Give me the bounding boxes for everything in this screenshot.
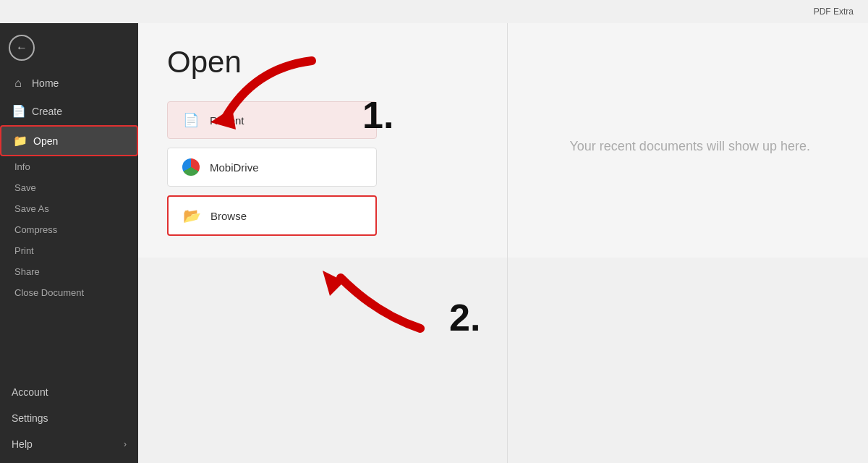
sidebar-sub-item-info[interactable]: Info bbox=[0, 156, 138, 177]
sidebar-item-settings[interactable]: Settings bbox=[0, 405, 138, 431]
recent-icon: 📄 bbox=[182, 112, 200, 128]
sidebar-sub-item-close-document[interactable]: Close Document bbox=[0, 282, 138, 303]
recent-label: Recent bbox=[210, 114, 244, 127]
sidebar-item-create[interactable]: 📄 Create bbox=[0, 97, 138, 125]
sidebar-item-create-label: Create bbox=[32, 106, 62, 117]
share-label: Share bbox=[14, 266, 40, 277]
open-browse-button[interactable]: 📂 Browse bbox=[167, 195, 377, 236]
open-mobidrive-button[interactable]: MobiDrive bbox=[167, 148, 377, 187]
help-arrow-icon: › bbox=[124, 439, 127, 449]
sidebar-divider bbox=[0, 303, 138, 379]
title-bar: PDF Extra bbox=[0, 0, 868, 23]
sidebar-sub-item-compress[interactable]: Compress bbox=[0, 219, 138, 240]
print-label: Print bbox=[14, 245, 34, 256]
main-wrapper: Open 📄 Recent MobiDrive 📂 Browse bbox=[138, 23, 868, 463]
open-recent-button[interactable]: 📄 Recent bbox=[167, 101, 377, 139]
create-icon: 📄 bbox=[12, 104, 25, 118]
sidebar-sub-item-print[interactable]: Print bbox=[0, 240, 138, 261]
page-title-text: Open bbox=[167, 45, 242, 79]
home-icon: ⌂ bbox=[12, 77, 25, 90]
vertical-divider bbox=[507, 23, 508, 463]
sidebar-item-open[interactable]: 📁 Open bbox=[0, 125, 138, 156]
recent-documents-message: Your recent documents will show up here. bbox=[569, 139, 810, 154]
page-title: Open bbox=[167, 45, 839, 80]
open-icon: 📁 bbox=[13, 134, 26, 148]
sidebar-sub-item-save-as[interactable]: Save As bbox=[0, 198, 138, 219]
close-document-label: Close Document bbox=[14, 287, 84, 298]
sidebar-bottom: Account Settings Help › bbox=[0, 379, 138, 457]
annotation-arrow-2 bbox=[305, 256, 464, 350]
mobidrive-label: MobiDrive bbox=[210, 161, 259, 174]
settings-label: Settings bbox=[12, 412, 48, 424]
open-options-list: 📄 Recent MobiDrive 📂 Browse bbox=[167, 101, 377, 236]
save-as-label: Save As bbox=[14, 203, 49, 214]
sidebar: ← ⌂ Home 📄 Create 📁 Open Info Save Save … bbox=[0, 23, 138, 463]
mobidrive-icon bbox=[182, 158, 200, 176]
save-label: Save bbox=[14, 182, 36, 193]
back-arrow-icon: ← bbox=[16, 41, 27, 54]
account-label: Account bbox=[12, 386, 48, 398]
svg-marker-1 bbox=[323, 271, 344, 296]
back-button[interactable]: ← bbox=[9, 35, 35, 61]
info-label: Info bbox=[14, 161, 30, 172]
compress-label: Compress bbox=[14, 224, 57, 235]
step-number-2: 2. bbox=[449, 296, 480, 339]
sidebar-item-open-label: Open bbox=[33, 135, 58, 147]
browse-folder-icon: 📂 bbox=[183, 207, 200, 224]
sidebar-sub-item-share[interactable]: Share bbox=[0, 261, 138, 282]
sidebar-item-home-label: Home bbox=[32, 77, 59, 89]
sidebar-sub-item-save[interactable]: Save bbox=[0, 177, 138, 198]
help-label: Help bbox=[12, 438, 33, 450]
browse-label: Browse bbox=[210, 210, 247, 222]
app-body: ← ⌂ Home 📄 Create 📁 Open Info Save Save … bbox=[0, 23, 868, 463]
app-name: PDF Extra bbox=[814, 7, 854, 17]
sidebar-item-account[interactable]: Account bbox=[0, 379, 138, 405]
sidebar-item-help[interactable]: Help › bbox=[0, 431, 138, 457]
sidebar-item-home[interactable]: ⌂ Home bbox=[0, 69, 138, 97]
